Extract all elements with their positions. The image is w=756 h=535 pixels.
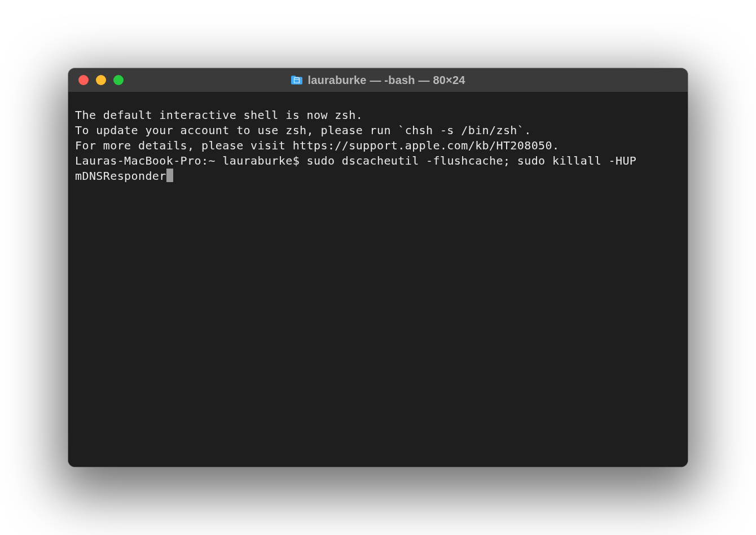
cursor-icon	[166, 169, 173, 182]
prompt-line: Lauras-MacBook-Pro:~ lauraburke$ sudo ds…	[75, 153, 681, 184]
title-wrap: lauraburke — -bash — 80×24	[68, 74, 688, 87]
traffic-lights	[68, 75, 124, 85]
shell-prompt: Lauras-MacBook-Pro:~ lauraburke$	[75, 154, 307, 167]
terminal-window: lauraburke — -bash — 80×24 The default i…	[68, 68, 688, 467]
terminal-line: For more details, please visit https://s…	[75, 138, 681, 153]
terminal-line: To update your account to use zsh, pleas…	[75, 123, 681, 138]
minimize-icon[interactable]	[96, 75, 106, 85]
folder-icon	[291, 75, 303, 85]
close-icon[interactable]	[78, 75, 89, 85]
window-title: lauraburke — -bash — 80×24	[307, 74, 465, 87]
terminal-body[interactable]: The default interactive shell is now zsh…	[68, 92, 688, 467]
maximize-icon[interactable]	[113, 75, 124, 85]
terminal-line: The default interactive shell is now zsh…	[75, 108, 681, 123]
title-bar[interactable]: lauraburke — -bash — 80×24	[68, 68, 688, 92]
